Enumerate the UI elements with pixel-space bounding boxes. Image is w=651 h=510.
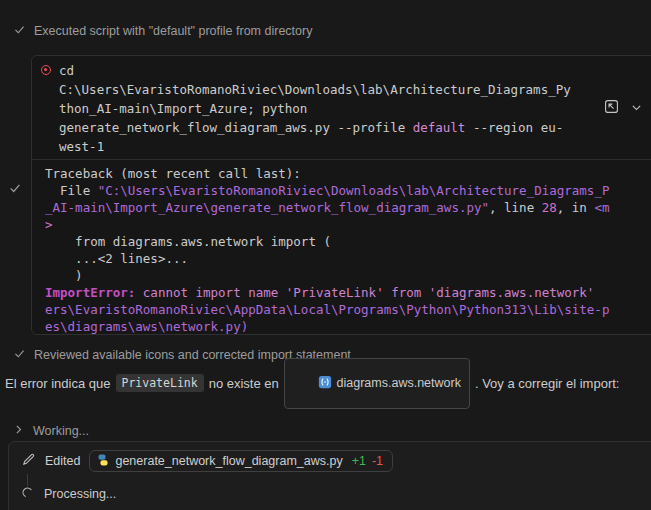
terminal-output-section: Traceback (most recent call last): File …: [32, 160, 651, 335]
check-icon: [13, 23, 26, 39]
check-icon: [13, 347, 26, 363]
terminal-line: C:\Users\EvaristoRomanoRiviec\Downloads\…: [59, 80, 651, 99]
working-card: Edited generate_network_flow_diagram_aws…: [8, 441, 651, 510]
diff-added: +1: [352, 454, 366, 468]
assistant-text-1: El error indica que: [5, 376, 111, 391]
terminal-line: ...<2 lines>...: [45, 250, 651, 267]
check-icon: [8, 181, 22, 199]
terminal-actions: [604, 99, 643, 118]
diff-removed: -1: [372, 454, 383, 468]
python-file-icon: [97, 454, 109, 469]
edited-file-chip[interactable]: generate_network_flow_diagram_aws.py +1 …: [89, 450, 393, 472]
terminal-line: from diagrams.aws.network import (: [45, 233, 651, 250]
terminal-output-card: cdC:\Users\EvaristoRomanoRiviec\Download…: [31, 55, 651, 335]
processing-label: Processing...: [44, 487, 116, 501]
working-label: Working...: [33, 424, 89, 438]
terminal-line: ): [45, 267, 651, 284]
edited-row: Edited generate_network_flow_diagram_aws…: [21, 450, 393, 472]
symbol-chip-diagrams-aws-network[interactable]: diagrams.aws.network: [284, 358, 470, 409]
terminal-command-lines: cdC:\Users\EvaristoRomanoRiviec\Download…: [59, 61, 651, 156]
terminal-line: generate_network_flow_diagram_aws.py --p…: [59, 118, 651, 137]
step-executed: Executed script with "default" profile f…: [13, 23, 312, 39]
terminal-line: west-1: [59, 137, 651, 156]
step-executed-label: Executed script with "default" profile f…: [34, 24, 312, 38]
terminal-line: File "C:\Users\EvaristoRomanoRiviec\Down…: [45, 182, 651, 199]
spinner-icon: [21, 485, 34, 503]
terminal-line: ImportError: cannot import name 'Private…: [45, 284, 651, 301]
terminal-line: cd: [59, 61, 651, 80]
terminal-line: Traceback (most recent call last):: [45, 165, 651, 182]
terminal-line: _AI-main\Import_Azure\generate_network_f…: [45, 199, 651, 216]
chat-panel: Executed script with "default" profile f…: [0, 0, 651, 510]
terminal-line: >: [45, 216, 651, 233]
terminal-line: thon_AI-main\Import_Azure; python: [59, 99, 651, 118]
assistant-text-3: . Voy a corregir el import:: [475, 376, 620, 391]
processing-row: Processing...: [21, 483, 116, 505]
terminal-output-lines: Traceback (most recent call last): File …: [45, 165, 651, 335]
pencil-icon: [21, 452, 36, 471]
edited-label: Edited: [45, 454, 80, 468]
symbol-chip-label: diagrams.aws.network: [337, 376, 461, 390]
terminal-line: es\diagrams\aws\network.py): [45, 318, 651, 335]
chevron-down-icon[interactable]: [630, 99, 643, 118]
insert-into-terminal-icon[interactable]: [604, 99, 619, 118]
namespace-icon: [290, 361, 332, 406]
command-error-dot-icon[interactable]: [41, 65, 51, 75]
terminal-line: ers\EvaristoRomanoRiviec\AppData\Local\P…: [45, 301, 651, 318]
assistant-text-2: no existe en: [209, 376, 279, 391]
chevron-right-icon: [12, 423, 25, 439]
edited-file-name: generate_network_flow_diagram_aws.py: [115, 454, 342, 468]
inline-code-privatelink: PrivateLink: [116, 374, 204, 392]
working-header[interactable]: Working...: [12, 423, 89, 439]
terminal-command-section: cdC:\Users\EvaristoRomanoRiviec\Download…: [32, 56, 651, 160]
assistant-message: El error indica que PrivateLink no exist…: [5, 370, 619, 396]
